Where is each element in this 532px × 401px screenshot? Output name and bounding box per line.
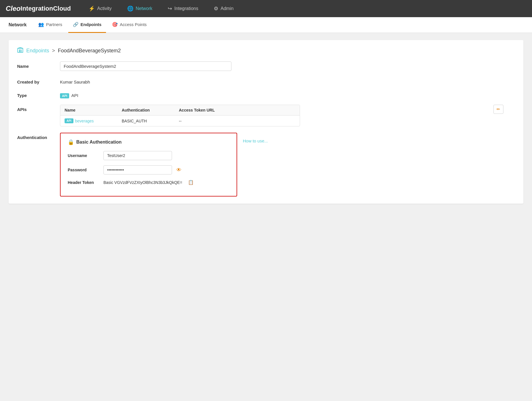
nav-item-integrations[interactable]: ↪ Integrations <box>164 3 202 14</box>
how-to-use-link[interactable]: How to use... <box>243 133 268 143</box>
svg-rect-0 <box>19 49 20 52</box>
admin-icon: ⚙ <box>214 5 218 12</box>
breadcrumb-separator: > <box>52 48 55 54</box>
sub-nav-item-access-points[interactable]: 🎯 Access Points <box>107 17 151 33</box>
api-token-url-value: -- <box>179 119 295 123</box>
main-content: Endpoints > FoodAndBeverageSystem2 Name … <box>0 33 532 401</box>
apis-label: APIs <box>17 105 54 112</box>
type-text: API <box>71 93 78 98</box>
username-field: Username <box>68 151 229 160</box>
nav-label-admin: Admin <box>221 6 233 11</box>
integrations-icon: ↪ <box>168 5 172 12</box>
nav-label-activity: Activity <box>97 6 112 11</box>
breadcrumb: Endpoints > FoodAndBeverageSystem2 <box>17 47 515 54</box>
nav-label-integrations: Integrations <box>174 6 198 11</box>
nav-item-activity[interactable]: ⚡ Activity <box>85 3 115 14</box>
top-navigation: Cleo IntegrationCloud ⚡ Activity 🌐 Netwo… <box>0 0 532 17</box>
col-header-auth: Authentication <box>122 108 179 112</box>
breadcrumb-current: FoodAndBeverageSystem2 <box>58 48 121 54</box>
nav-label-network: Network <box>136 6 153 11</box>
api-name-link[interactable]: API beverages <box>65 118 122 123</box>
endpoints-icon: 🔗 <box>73 22 79 27</box>
sub-navigation: Network 👥 Partners 🔗 Endpoints 🎯 Access … <box>0 17 532 33</box>
access-points-icon: 🎯 <box>112 22 118 27</box>
activity-icon: ⚡ <box>89 5 95 12</box>
name-input[interactable] <box>60 61 231 71</box>
api-auth-value: BASIC_AUTH <box>122 119 179 123</box>
auth-label: Authentication <box>17 133 54 140</box>
edit-icon: ✏ <box>497 107 500 112</box>
auth-field-row: Authentication 🔒 Basic Authentication Us… <box>17 133 515 196</box>
network-icon: 🌐 <box>127 5 133 12</box>
breadcrumb-icon <box>17 47 23 54</box>
svg-rect-1 <box>21 49 21 52</box>
nav-item-network[interactable]: 🌐 Network <box>124 3 156 14</box>
sub-nav-label-endpoints: Endpoints <box>81 22 101 27</box>
created-by-field-row: Created by Kumar Saurabh <box>17 77 515 84</box>
app-logo[interactable]: Cleo IntegrationCloud <box>6 5 71 13</box>
table-row: API beverages BASIC_AUTH -- <box>60 116 300 126</box>
sub-nav-label-access-points: Access Points <box>120 22 147 27</box>
type-value: API API <box>60 91 78 98</box>
edit-button[interactable]: ✏ <box>493 105 503 114</box>
type-badge-text: API <box>62 94 67 98</box>
created-by-value: Kumar Saurabh <box>60 77 90 84</box>
sub-nav-item-partners[interactable]: 👥 Partners <box>34 17 67 33</box>
api-type-badge: API <box>65 118 73 123</box>
auth-panel-lock-icon: 🔒 <box>68 139 74 145</box>
header-token-field: Header Token Basic VGVzdFVzZXIyOlBhc3N3b… <box>68 180 229 185</box>
col-header-name: Name <box>65 108 122 112</box>
sub-nav-title: Network <box>9 22 27 27</box>
auth-panel-title-text: Basic Authentication <box>76 140 122 145</box>
copy-icon[interactable]: 📋 <box>188 180 194 185</box>
eye-icon[interactable]: 👁 <box>176 167 181 173</box>
col-header-token: Access Token URL <box>179 108 295 112</box>
nav-item-admin[interactable]: ⚙ Admin <box>210 3 237 14</box>
header-token-label: Header Token <box>68 180 99 185</box>
auth-panel-title: 🔒 Basic Authentication <box>68 139 229 145</box>
partners-icon: 👥 <box>38 22 44 27</box>
apis-field-row: APIs ✏ Name Authentication Access Token … <box>17 105 515 126</box>
name-label: Name <box>17 61 54 69</box>
password-input[interactable] <box>103 165 172 174</box>
name-field-row: Name <box>17 61 515 71</box>
apis-table-header: Name Authentication Access Token URL <box>60 105 300 116</box>
type-field-row: Type API API <box>17 91 515 98</box>
sub-nav-label-partners: Partners <box>46 22 62 27</box>
breadcrumb-link[interactable]: Endpoints <box>26 48 49 54</box>
logo-cleo: Cleo <box>6 5 21 13</box>
auth-panel: 🔒 Basic Authentication Username Password… <box>60 133 237 196</box>
username-label: Username <box>68 153 99 158</box>
sub-nav-item-endpoints[interactable]: 🔗 Endpoints <box>68 17 106 33</box>
endpoint-detail-card: Endpoints > FoodAndBeverageSystem2 Name … <box>9 40 523 204</box>
logo-integration: IntegrationCloud <box>21 5 71 12</box>
type-badge: API <box>60 93 69 98</box>
username-input[interactable] <box>103 151 172 160</box>
password-field: Password 👁 <box>68 165 229 174</box>
created-by-label: Created by <box>17 77 54 84</box>
type-label: Type <box>17 91 54 98</box>
api-name-value: beverages <box>75 119 94 123</box>
header-token-value: Basic VGVzdFVzZXIyOlBhc3N3b3JkQkQE= <box>103 180 182 185</box>
password-label: Password <box>68 168 99 172</box>
apis-table: Name Authentication Access Token URL API… <box>60 105 300 126</box>
